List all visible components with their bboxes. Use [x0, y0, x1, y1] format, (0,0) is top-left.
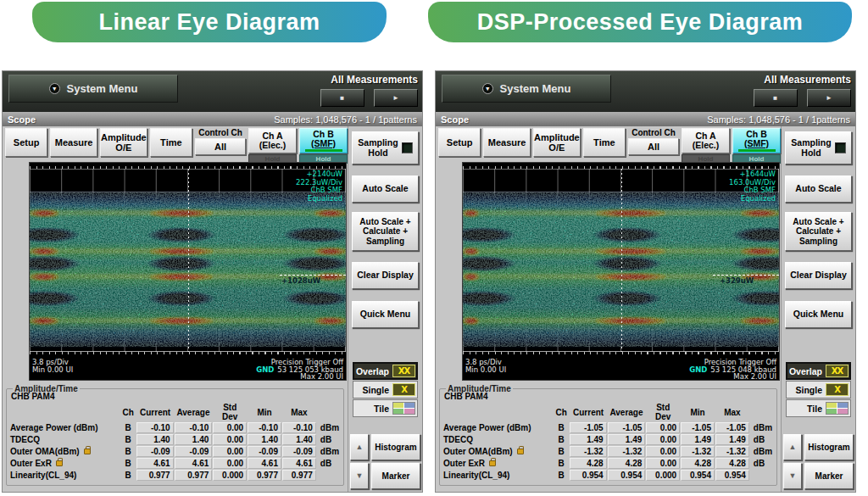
eye-diagram-display: +1028uW +2140uW 222.3uW/Div ChB SMF Equa… [29, 162, 347, 381]
row-label: Outer ExR [443, 459, 485, 468]
setup-button[interactable]: Setup [438, 128, 481, 157]
table-row: Outer ExR B 4.61 4.61 0.00 4.61 4.61 dB [10, 458, 340, 469]
marker-button[interactable]: Marker [371, 463, 420, 489]
single-eye-icon: X [392, 383, 415, 396]
panel-bottom-group: ▲ ▼ Histogram Marker [350, 434, 420, 489]
setup-label: Setup [447, 137, 473, 148]
sampling-hold-button[interactable]: Sampling Hold [352, 131, 419, 164]
control-ch-all-label: All [214, 142, 226, 152]
graticule: +329uW +1644uW 163.0uW/Div ChB SMF Equal… [463, 169, 779, 352]
row-label: Linearity(CL_94) [10, 471, 76, 480]
single-eye-icon: X [826, 383, 849, 396]
channel-b-button[interactable]: Ch B (SMF) [299, 128, 348, 153]
auto-scale-calculate-sampling-button[interactable]: Auto Scale + Calculate + Sampling [785, 212, 852, 251]
view-mode-group: Overlap XX Single X Tile [353, 362, 418, 417]
amplitude-oe-button[interactable]: Amplitude O/E [100, 128, 147, 157]
scroll-down-button[interactable]: ▼ [783, 463, 802, 489]
measure-button[interactable]: Measure [483, 128, 531, 157]
channel-a-group: Ch A (Elec.) Hold [682, 128, 730, 164]
time-button[interactable]: Time [150, 128, 192, 157]
overlap-view-button[interactable]: Overlap XX [353, 362, 418, 380]
marker-label: Marker [815, 471, 843, 482]
scroll-up-button[interactable]: ▲ [350, 434, 369, 460]
control-ch-all-button[interactable]: All [195, 138, 246, 155]
channel-b-group: Ch B (SMF) Hold [732, 128, 781, 164]
system-menu-button[interactable]: ▼ System Menu [442, 75, 611, 103]
scope-topbar: ▼ System Menu All Measurements ■ ► [3, 71, 422, 112]
channel-a-button[interactable]: Ch A (Elec.) [248, 128, 297, 153]
channel-b-label-2: (SMF) [744, 139, 769, 148]
amplitude-oe-button[interactable]: Amplitude O/E [533, 128, 581, 157]
quick-menu-button[interactable]: Quick Menu [785, 301, 852, 328]
col-current: Current [570, 403, 606, 421]
histogram-button[interactable]: Histogram [804, 434, 854, 460]
histogram-label: Histogram [808, 443, 849, 453]
sampling-hold-led [402, 142, 413, 153]
histogram-button[interactable]: Histogram [371, 434, 420, 460]
single-view-button[interactable]: Single X [786, 381, 851, 398]
col-stddev: Std Dev [213, 403, 247, 421]
max-ui: Max 2.00 UI [689, 373, 776, 381]
overlap-view-button[interactable]: Overlap XX [786, 362, 851, 380]
center-dotted-line [188, 169, 189, 352]
gnd-marker: GND [689, 365, 707, 374]
auto-scale-button[interactable]: Auto Scale [785, 176, 852, 203]
timebase-info: 3.8 ps/Div Min 0.00 UI [465, 359, 506, 379]
auto-scale-label: Auto Scale [795, 184, 841, 194]
run-button[interactable]: ► [374, 89, 418, 107]
table-row: TDECQ B 1.40 1.40 0.00 1.40 1.40 dB [10, 434, 340, 445]
system-menu-label: System Menu [500, 82, 571, 95]
samples-count: Samples: 1,048,576 - 1 / 1patterns [707, 114, 850, 125]
auto-scale-calculate-sampling-button[interactable]: Auto Scale + Calculate + Sampling [352, 212, 419, 251]
scroll-down-button[interactable]: ▼ [350, 463, 369, 489]
all-measurements-group: All Measurements ■ ► [748, 74, 851, 107]
scope-window: ▼ System Menu All Measurements ■ ► Scope… [435, 70, 856, 493]
measurements-area: Amplitude/Time CHB PAM4 Ch Current Avera… [436, 382, 781, 492]
channel-a-button[interactable]: Ch A (Elec.) [682, 128, 730, 153]
col-max: Max [715, 403, 749, 421]
clear-display-button[interactable]: Clear Display [785, 262, 852, 289]
scope-main-area: Setup Measure Amplitude O/E Time Control… [3, 126, 348, 492]
time-button[interactable]: Time [583, 128, 626, 157]
sampling-hold-button[interactable]: Sampling Hold [785, 131, 852, 164]
quick-menu-label: Quick Menu [793, 309, 844, 320]
tile-view-button[interactable]: Tile [353, 399, 418, 417]
min-ui: Min 0.00 UI [465, 366, 506, 374]
system-menu-arrow-icon: ▼ [49, 83, 60, 94]
lock-icon [489, 460, 496, 466]
stop-button[interactable]: ■ [754, 89, 798, 107]
display-status-strip: 3.8 ps/Div Min 0.00 UI Precision Trigger… [30, 358, 346, 380]
level-marker-line [713, 275, 779, 276]
annot-equalized: Equalized [729, 195, 776, 203]
clear-display-button[interactable]: Clear Display [352, 262, 419, 289]
single-view-button[interactable]: Single X [353, 381, 418, 398]
scope-main-area: Setup Measure Amplitude O/E Time Control… [436, 126, 782, 492]
measure-button[interactable]: Measure [50, 128, 97, 157]
auto-scale-button[interactable]: Auto Scale [352, 176, 419, 203]
scale-annotations: +2140uW 222.3uW/Div ChB SMF Equalized [296, 170, 342, 203]
marker-button[interactable]: Marker [804, 463, 854, 489]
top-tick-ruler [30, 163, 346, 169]
measurements-area: Amplitude/Time CHB PAM4 Ch Current Avera… [3, 382, 348, 492]
amplitude-time-fieldset: Amplitude/Time CHB PAM4 Ch Current Avera… [6, 384, 344, 486]
overlap-eye-icon: XX [826, 365, 849, 377]
channel-b-button[interactable]: Ch B (SMF) [732, 128, 781, 153]
quick-menu-button[interactable]: Quick Menu [352, 301, 419, 328]
run-button[interactable]: ► [807, 89, 851, 107]
header-pill-linear: Linear Eye Diagram [32, 2, 387, 42]
control-ch-label: Control Ch [632, 128, 676, 138]
channel-b-label-2: (SMF) [311, 139, 336, 148]
system-menu-button[interactable]: ▼ System Menu [8, 75, 178, 103]
tile-view-button[interactable]: Tile [786, 399, 851, 417]
scroll-up-button[interactable]: ▲ [783, 434, 802, 460]
display-status-strip: 3.8 ps/Div Min 0.00 UI Precision Trigger… [463, 358, 779, 380]
timebase-info: 3.8 ps/Div Min 0.00 UI [32, 359, 73, 379]
table-header-row: Ch Current Average Std Dev Min Max [10, 403, 340, 421]
control-ch-all-button[interactable]: All [628, 138, 679, 155]
scopes-row: ▼ System Menu All Measurements ■ ► Scope… [0, 70, 868, 493]
panel-bottom-group: ▲ ▼ Histogram Marker [783, 434, 854, 489]
up-arrow-icon: ▲ [789, 443, 797, 453]
setup-button[interactable]: Setup [5, 128, 47, 157]
stop-button[interactable]: ■ [320, 89, 364, 107]
amplitude-label-2: O/E [548, 142, 565, 153]
